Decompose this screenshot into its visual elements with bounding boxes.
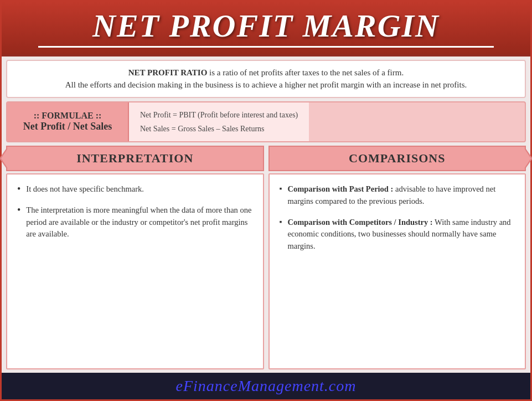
comparisons-title: COMPARISONS bbox=[349, 151, 445, 165]
interpretation-header: INTERPRETATION bbox=[6, 146, 264, 171]
footer: eFinanceManagement.com bbox=[2, 373, 530, 399]
header-underline bbox=[38, 46, 494, 48]
interpretation-list: • It does not have specific benchmark. •… bbox=[17, 183, 253, 240]
description-line1-rest: is a ratio of net profits after taxes to… bbox=[207, 68, 404, 77]
interpretation-bullet-2: The interpretation is more meaningful wh… bbox=[26, 204, 252, 240]
bottom-section: INTERPRETATION • It does not have specif… bbox=[6, 146, 526, 369]
formulae-line1: Net Profit = PBIT (Profit before interes… bbox=[140, 108, 298, 122]
list-item: • It does not have specific benchmark. bbox=[17, 183, 253, 196]
comparisons-content: ▪ Comparison with Past Period : advisabl… bbox=[268, 173, 526, 369]
description-section: NET PROFIT RATIO is a ratio of net profi… bbox=[6, 60, 526, 98]
list-item: ▪ Comparison with Competitors / Industry… bbox=[280, 217, 515, 253]
bullet-dot-2: • bbox=[17, 204, 20, 217]
comparisons-bullet-2: Comparison with Competitors / Industry :… bbox=[287, 217, 515, 253]
interpretation-bullet-1: It does not have specific benchmark. bbox=[26, 183, 144, 196]
comparison-2-bold: Comparison with Competitors / Industry : bbox=[287, 218, 432, 227]
formulae-right: Net Profit = PBIT (Profit before interes… bbox=[129, 102, 309, 141]
bullet-square-2: ▪ bbox=[280, 217, 282, 228]
comparisons-column: COMPARISONS ▪ Comparison with Past Perio… bbox=[268, 146, 526, 369]
page-wrapper: NET PROFIT MARGIN NET PROFIT RATIO is a … bbox=[0, 0, 532, 401]
footer-text: eFinanceManagement.com bbox=[13, 377, 519, 395]
list-item: • The interpretation is more meaningful … bbox=[17, 204, 253, 240]
formulae-left: :: FORMULAE :: Net Profit / Net Sales bbox=[7, 102, 129, 141]
comparisons-bullet-1: Comparison with Past Period : advisable … bbox=[287, 183, 515, 208]
interpretation-content: • It does not have specific benchmark. •… bbox=[6, 173, 264, 369]
description-text: NET PROFIT RATIO is a ratio of net profi… bbox=[18, 66, 514, 91]
interpretation-column: INTERPRETATION • It does not have specif… bbox=[6, 146, 264, 369]
header: NET PROFIT MARGIN bbox=[2, 2, 530, 56]
comparisons-list: ▪ Comparison with Past Period : advisabl… bbox=[280, 183, 515, 253]
formulae-section: :: FORMULAE :: Net Profit / Net Sales Ne… bbox=[6, 101, 526, 142]
formulae-label: :: FORMULAE :: bbox=[18, 111, 117, 121]
list-item: ▪ Comparison with Past Period : advisabl… bbox=[280, 183, 515, 208]
bullet-dot-1: • bbox=[17, 183, 20, 196]
interpretation-title: INTERPRETATION bbox=[76, 151, 193, 165]
description-bold: NET PROFIT RATIO bbox=[128, 68, 208, 77]
formulae-value: Net Profit / Net Sales bbox=[18, 121, 117, 132]
page-title: NET PROFIT MARGIN bbox=[13, 8, 519, 44]
comparison-1-bold: Comparison with Past Period : bbox=[287, 184, 393, 193]
formulae-line2: Net Sales = Gross Sales – Sales Returns bbox=[140, 122, 298, 136]
bullet-square-1: ▪ bbox=[280, 183, 282, 194]
comparisons-header: COMPARISONS bbox=[268, 146, 526, 171]
description-line2: All the efforts and decision making in t… bbox=[65, 80, 467, 89]
